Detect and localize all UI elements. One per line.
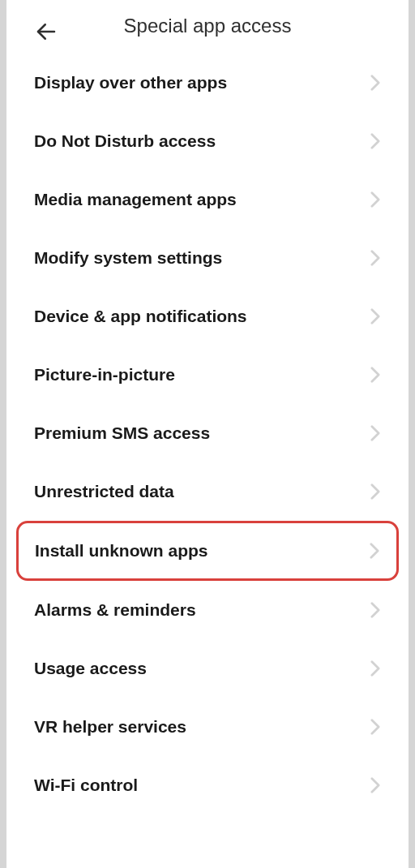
arrow-left-icon (34, 19, 58, 44)
item-label: Unrestricted data (34, 482, 174, 501)
item-label: Premium SMS access (34, 423, 210, 443)
chevron-right-icon (370, 366, 381, 384)
chevron-right-icon (370, 660, 381, 677)
list-item[interactable]: Install unknown apps (16, 521, 399, 581)
item-label: Install unknown apps (35, 541, 208, 561)
item-label: Do Not Disturb access (34, 131, 216, 151)
settings-list: Display over other appsDo Not Disturb ac… (6, 54, 409, 814)
chevron-right-icon (370, 191, 381, 208)
header: Special app access (6, 0, 409, 54)
item-label: Alarms & reminders (34, 600, 196, 620)
item-label: Picture-in-picture (34, 365, 175, 385)
chevron-right-icon (370, 601, 381, 619)
list-item[interactable]: Wi-Fi control (6, 756, 409, 814)
item-label: Modify system settings (34, 248, 222, 268)
list-item[interactable]: Display over other apps (6, 54, 409, 112)
list-item[interactable]: VR helper services (6, 698, 409, 756)
page-title: Special app access (23, 15, 392, 37)
item-label: Wi-Fi control (34, 776, 138, 795)
item-label: Media management apps (34, 190, 237, 209)
item-label: VR helper services (34, 717, 186, 737)
list-item[interactable]: Usage access (6, 639, 409, 698)
chevron-right-icon (370, 307, 381, 325)
chevron-right-icon (370, 424, 381, 442)
list-item[interactable]: Unrestricted data (6, 462, 409, 521)
list-item[interactable]: Media management apps (6, 170, 409, 229)
chevron-right-icon (370, 776, 381, 794)
back-button[interactable] (34, 19, 58, 44)
chevron-right-icon (370, 718, 381, 736)
list-item[interactable]: Device & app notifications (6, 287, 409, 346)
list-item[interactable]: Modify system settings (6, 229, 409, 287)
settings-screen: Special app access Display over other ap… (6, 0, 409, 868)
chevron-right-icon (370, 132, 381, 150)
chevron-right-icon (370, 74, 381, 92)
chevron-right-icon (369, 542, 380, 560)
list-item[interactable]: Do Not Disturb access (6, 112, 409, 170)
chevron-right-icon (370, 483, 381, 501)
item-label: Usage access (34, 659, 147, 678)
item-label: Display over other apps (34, 73, 227, 92)
list-item[interactable]: Premium SMS access (6, 404, 409, 462)
list-item[interactable]: Picture-in-picture (6, 346, 409, 404)
list-item[interactable]: Alarms & reminders (6, 581, 409, 639)
item-label: Device & app notifications (34, 307, 247, 326)
chevron-right-icon (370, 249, 381, 267)
